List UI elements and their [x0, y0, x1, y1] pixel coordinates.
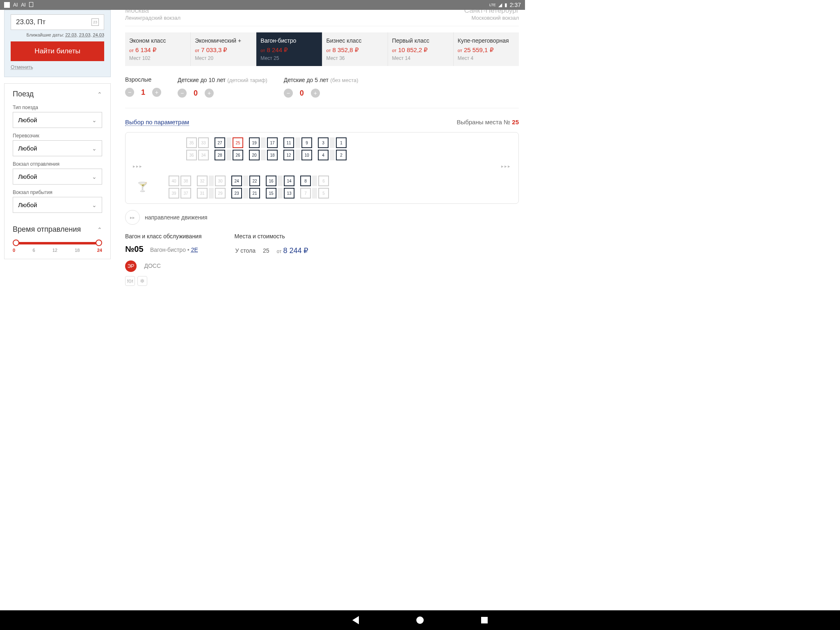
class-tab[interactable]: Первый класс от 10 852,2 ₽ Мест 14 [388, 32, 454, 66]
seat[interactable]: 12 [283, 150, 294, 160]
seat[interactable]: 23 [231, 188, 242, 199]
price-header: Места и стоимость [235, 233, 316, 240]
class-seats: Мест 14 [392, 55, 449, 61]
seat[interactable]: 20 [249, 150, 260, 160]
seat[interactable]: 4 [318, 150, 329, 160]
status-ai-icon: AI [21, 2, 25, 8]
slider-knob-right[interactable] [96, 240, 102, 246]
dep-station-select[interactable]: Любой ⌄ [13, 169, 102, 185]
nearest-date-link[interactable]: 24.03 [93, 32, 104, 37]
class-tab[interactable]: Экономический + от 7 033,3 ₽ Мест 20 [191, 32, 256, 66]
seat[interactable]: 15 [266, 188, 276, 199]
direction-label: направление движения [145, 214, 208, 221]
seat[interactable]: 25 [233, 137, 243, 148]
class-tab[interactable]: Вагон-бистро от 8 244 ₽ Мест 25 [256, 32, 322, 66]
main-content: Москва Ленинградский вокзал Санкт-Петерб… [115, 10, 525, 367]
child10-count: 0 [192, 89, 200, 98]
class-price: от 8 352,8 ₽ [326, 46, 383, 54]
seat[interactable]: 17 [267, 137, 278, 148]
date-input[interactable]: 23.03, Пт 23 [11, 14, 104, 30]
to-city: Санкт-Петербург [464, 10, 519, 15]
seat[interactable]: 9 [301, 137, 312, 148]
seat[interactable]: 10 [301, 150, 312, 160]
nearest-label: Ближайшие даты: [26, 32, 64, 37]
from-city: Москва [125, 10, 180, 15]
slider-labels: 0 6 12 18 24 [13, 248, 102, 253]
seat[interactable]: 28 [215, 150, 225, 160]
class-name: Экономический + [195, 37, 252, 44]
train-type-select[interactable]: Любой ⌄ [13, 112, 102, 128]
seat: 33 [198, 137, 209, 148]
time-filter-toggle[interactable]: Время отправления ⌃ [13, 225, 102, 234]
service-icon: ❄ [137, 276, 147, 286]
class-tabs: Эконом класс от 6 134 ₽ Мест 102Экономич… [125, 32, 519, 66]
adults-plus-button[interactable]: + [152, 88, 161, 97]
class-price: от 8 244 ₽ [260, 46, 317, 54]
child10-minus-button[interactable]: − [178, 89, 187, 98]
seat[interactable]: 14 [284, 176, 294, 186]
seat[interactable]: 24 [231, 176, 242, 186]
seat: 29 [215, 188, 226, 199]
carrier-value: Любой [18, 145, 37, 152]
nearest-date-link[interactable]: 23.03 [79, 32, 91, 37]
car-details: Вагон и класс обслуживания №05 Вагон-бис… [125, 233, 519, 286]
child10-plus-button[interactable]: + [205, 89, 214, 98]
seat: 32 [197, 176, 208, 186]
adults-minus-button[interactable]: − [125, 88, 134, 97]
direction-row: ▸▸ направление движения [125, 210, 519, 225]
doss-label: ДОСС [144, 262, 161, 269]
app-icon [4, 2, 10, 8]
class-tab[interactable]: Эконом класс от 6 134 ₽ Мест 102 [125, 32, 191, 66]
seat[interactable]: 16 [266, 176, 276, 186]
selected-seats: Выбраны места № 25 [457, 119, 519, 126]
price-row-label: У стола [235, 245, 262, 256]
lte-icon: LTE [489, 3, 496, 7]
seat[interactable]: 3 [318, 137, 329, 148]
find-tickets-button[interactable]: Найти билеты [11, 41, 104, 61]
seat[interactable]: 22 [249, 176, 260, 186]
seat: 36 [186, 150, 197, 160]
seat[interactable]: 21 [249, 188, 260, 199]
sidebar: 23.03, Пт 23 Ближайшие даты: 22.03, 23.0… [0, 10, 115, 367]
chevron-down-icon: ⌄ [92, 173, 97, 180]
carrier-label: Перевозчик [13, 133, 102, 139]
cocktail-icon: 🍸 [137, 182, 148, 192]
class-name: Эконом класс [129, 37, 186, 44]
cancel-link[interactable]: Отменить [11, 64, 33, 70]
time-mark: 6 [32, 248, 35, 253]
seat: 39 [169, 188, 179, 199]
slider-knob-left[interactable] [13, 240, 19, 246]
seat[interactable]: 2 [336, 150, 347, 160]
seat[interactable]: 11 [283, 137, 294, 148]
params-link[interactable]: Выбор по параметрам [125, 119, 189, 126]
seat[interactable]: 19 [249, 137, 260, 148]
train-type-label: Тип поезда [13, 105, 102, 110]
seat[interactable]: 27 [215, 137, 225, 148]
class-seats: Мест 25 [260, 55, 317, 61]
seat[interactable]: 18 [267, 150, 278, 160]
seat[interactable]: 8 [300, 176, 311, 186]
arr-station-select[interactable]: Любой ⌄ [13, 197, 102, 213]
train-filter-title: Поезд [13, 90, 34, 98]
car-number: №05 [125, 244, 144, 253]
seat[interactable]: 26 [233, 150, 243, 160]
chevron-down-icon: ⌄ [92, 145, 97, 152]
nearest-date-link[interactable]: 22.03 [65, 32, 77, 37]
chevron-up-icon: ⌃ [97, 91, 102, 98]
time-mark: 0 [13, 248, 15, 253]
service-icon: 🍽 [125, 276, 135, 286]
adults-label: Взрослые [125, 76, 161, 83]
seat-select-row: Выбор по параметрам Выбраны места № 25 [125, 119, 519, 126]
seat[interactable]: 1 [336, 137, 347, 148]
seat[interactable]: 13 [284, 188, 294, 199]
class-seats: Мест 102 [129, 55, 186, 61]
carrier-select[interactable]: Любой ⌄ [13, 140, 102, 156]
car-code-link[interactable]: 2Е [191, 247, 198, 253]
class-tab[interactable]: Купе-переговорная от 25 559,1 ₽ Мест 4 [454, 32, 519, 66]
calendar-icon: 23 [91, 18, 99, 26]
class-tab[interactable]: Бизнес класс от 8 352,8 ₽ Мест 36 [322, 32, 388, 66]
child5-minus-button[interactable]: − [284, 89, 293, 98]
train-filter-toggle[interactable]: Поезд ⌃ [13, 90, 102, 98]
time-slider[interactable] [14, 242, 100, 244]
child5-plus-button[interactable]: + [311, 89, 320, 98]
